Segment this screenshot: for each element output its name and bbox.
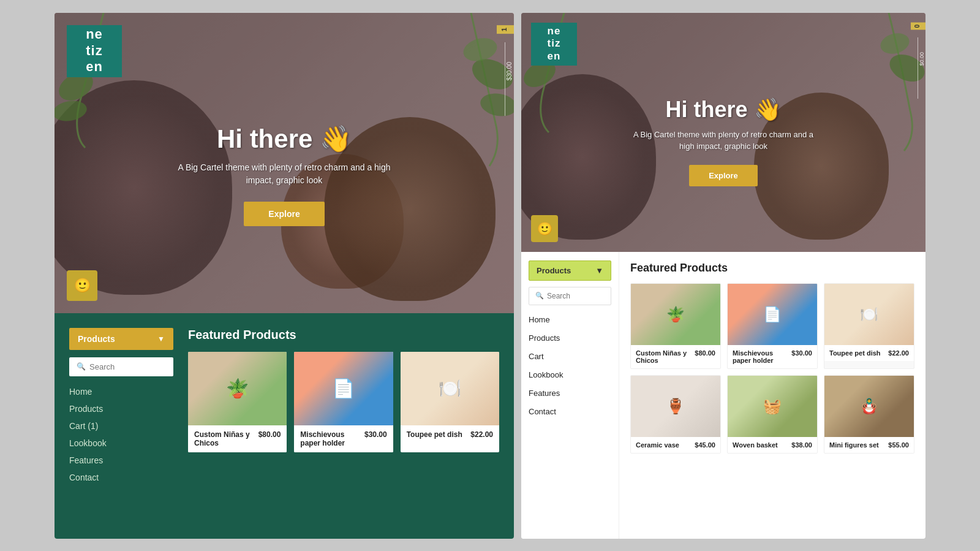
right-nav-item-home[interactable]: Home	[529, 314, 611, 325]
nav-item-features[interactable]: Features	[69, 455, 173, 466]
right-nav-link-cart[interactable]: Cart	[529, 352, 544, 361]
product-name-2: Mischievous paper holder	[300, 430, 364, 447]
right-logo-text: ne tiz en	[548, 25, 561, 63]
right-smiley-badge: 🙂	[531, 215, 558, 242]
svg-point-4	[461, 34, 499, 64]
right-nav-dropdown[interactable]: Products ▼	[529, 260, 611, 281]
nav-dropdown-label: Products	[78, 334, 115, 344]
product-name-1: Custom Niñas y Chicos	[194, 430, 258, 447]
right-nav-link-lookbook[interactable]: Lookbook	[529, 370, 563, 379]
cart-badge[interactable]: 1	[497, 25, 514, 34]
nav-item-products[interactable]: Products	[69, 403, 173, 414]
left-bottom: Products ▼ 🔍 Home Products Cart (1) Look…	[55, 313, 514, 539]
right-products-section: Featured Products 🪴 Custom Niñas y Chico…	[619, 252, 925, 539]
left-sidebar: Products ▼ 🔍 Home Products Cart (1) Look…	[69, 328, 173, 524]
right-product-info-2: Mischievous paper holder $30.00	[728, 345, 817, 368]
right-nav-link-home[interactable]: Home	[529, 315, 550, 324]
right-product-info-1: Custom Niñas y Chicos $80.00	[631, 345, 720, 368]
left-logo[interactable]: ne tiz en	[67, 25, 140, 86]
product-price-3: $22.00	[470, 430, 493, 439]
right-nav-item-cart[interactable]: Cart	[529, 351, 611, 362]
right-product-price-5: $38.00	[791, 441, 812, 449]
product-card-2[interactable]: 📄 Mischievous paper holder $30.00	[294, 352, 393, 452]
right-product-card-6[interactable]: 🪆 Mini figures set $55.00	[824, 375, 914, 454]
nav-item-home[interactable]: Home	[69, 386, 173, 397]
right-sidebar: Products ▼ 🔍 Home Products Cart Lookbook…	[521, 252, 619, 539]
right-product-image-1: 🪴	[631, 284, 720, 345]
product-price-1: $80.00	[258, 430, 281, 439]
right-product-name-5: Woven basket	[733, 441, 791, 449]
right-nav-item-features[interactable]: Features	[529, 387, 611, 398]
nav-link-cart[interactable]: Cart (1)	[69, 421, 98, 431]
right-product-price-1: $80.00	[695, 349, 715, 357]
nav-link-lookbook[interactable]: Lookbook	[69, 438, 107, 448]
left-hero: ne tiz en 1 $30.00 Hi there 👋 A Big Cart…	[55, 13, 514, 313]
right-nav-item-lookbook[interactable]: Lookbook	[529, 369, 611, 380]
right-product-name-1: Custom Niñas y Chicos	[636, 349, 695, 364]
product-image-3: 🍽️	[401, 352, 499, 425]
right-nav-item-contact[interactable]: Contact	[529, 406, 611, 417]
right-nav-link-products[interactable]: Products	[529, 333, 560, 343]
right-search-input[interactable]	[547, 292, 605, 300]
chevron-down-icon: ▼	[157, 335, 165, 343]
right-cart-line	[918, 37, 918, 99]
nav-dropdown[interactable]: Products ▼	[69, 328, 173, 350]
svg-point-9	[878, 30, 912, 56]
product-card-3[interactable]: 🍽️ Toupee pet dish $22.00	[401, 352, 499, 452]
product-card-1[interactable]: 🪴 Custom Niñas y Chicos $80.00	[188, 352, 287, 452]
right-product-info-3: Toupee pet dish $22.00	[824, 345, 914, 361]
right-hero: ne tiz en 0 $0.00 Hi there 👋 A Big Carte…	[521, 13, 925, 252]
product-info-2: Mischievous paper holder $30.00	[294, 425, 393, 452]
right-nav-link-features[interactable]: Features	[529, 389, 560, 398]
right-hero-content: Hi there 👋 A Big Cartel theme with plent…	[625, 97, 821, 186]
right-chevron-down-icon: ▼	[595, 266, 603, 275]
svg-point-5	[478, 91, 514, 119]
nav-item-cart[interactable]: Cart (1)	[69, 420, 173, 431]
explore-button[interactable]: Explore	[244, 202, 324, 226]
right-explore-button[interactable]: Explore	[689, 165, 758, 186]
cart-line	[505, 42, 505, 116]
right-featured-title: Featured Products	[630, 262, 914, 275]
nav-link-products[interactable]: Products	[69, 404, 103, 414]
products-grid: 🪴 Custom Niñas y Chicos $80.00 📄 Mischie…	[188, 352, 499, 452]
logo-box: ne tiz en	[67, 25, 122, 77]
right-product-name-3: Toupee pet dish	[829, 349, 888, 357]
left-hero-content: Hi there 👋 A Big Cartel theme with plent…	[174, 124, 394, 226]
right-product-card-5[interactable]: 🧺 Woven basket $38.00	[727, 375, 818, 454]
product-info-3: Toupee pet dish $22.00	[401, 425, 499, 444]
search-input[interactable]	[89, 362, 166, 371]
right-product-card-2[interactable]: 📄 Mischievous paper holder $30.00	[727, 283, 818, 369]
right-panel: ne tiz en 0 $0.00 Hi there 👋 A Big Carte…	[521, 13, 925, 539]
right-product-name-6: Mini figures set	[829, 441, 888, 449]
right-product-name-4: Ceramic vase	[636, 441, 695, 449]
right-nav-item-products[interactable]: Products	[529, 332, 611, 343]
featured-title: Featured Products	[188, 328, 499, 342]
nav-link-features[interactable]: Features	[69, 455, 103, 465]
product-image-2: 📄	[294, 352, 393, 425]
right-product-card-3[interactable]: 🍽️ Toupee pet dish $22.00	[824, 283, 914, 369]
right-logo[interactable]: ne tiz en	[531, 23, 577, 66]
nav-link-contact[interactable]: Contact	[69, 473, 99, 482]
product-info-1: Custom Niñas y Chicos $80.00	[188, 425, 287, 452]
nav-item-contact[interactable]: Contact	[69, 472, 173, 483]
nav-item-lookbook[interactable]: Lookbook	[69, 438, 173, 449]
right-product-image-2: 📄	[728, 284, 817, 345]
right-cart-badge[interactable]: 0	[911, 23, 925, 30]
right-product-price-3: $22.00	[888, 349, 909, 357]
right-nav-link-contact[interactable]: Contact	[529, 407, 556, 416]
right-product-image-6: 🪆	[824, 376, 914, 437]
right-search-icon: 🔍	[535, 292, 544, 300]
search-icon: 🔍	[77, 362, 86, 371]
right-product-card-4[interactable]: 🏺 Ceramic vase $45.00	[630, 375, 721, 454]
right-product-name-2: Mischievous paper holder	[733, 349, 791, 364]
right-product-image-4: 🏺	[631, 376, 720, 437]
right-logo-box: ne tiz en	[531, 23, 577, 66]
nav-link-home[interactable]: Home	[69, 387, 92, 397]
right-product-card-1[interactable]: 🪴 Custom Niñas y Chicos $80.00	[630, 283, 721, 369]
product-name-3: Toupee pet dish	[407, 430, 471, 439]
right-product-image-3: 🍽️	[824, 284, 914, 345]
cart-amount: $30.00	[506, 62, 513, 81]
right-cart-amount: $0.00	[919, 52, 925, 66]
right-hero-subtitle: A Big Cartel theme with plenty of retro …	[625, 129, 821, 153]
smiley-badge: 🙂	[67, 270, 97, 301]
